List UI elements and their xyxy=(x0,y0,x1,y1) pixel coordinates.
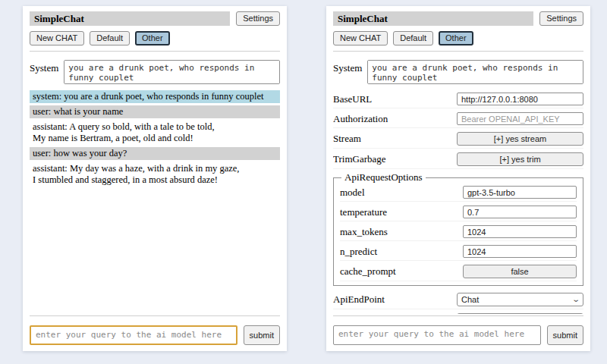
setting-row-apiendpoint: ApiEndPoint Chat ⌄ xyxy=(333,290,583,309)
apiendpoint-select[interactable]: Chat ⌄ xyxy=(457,293,583,306)
app-title: SimpleChat xyxy=(333,11,533,26)
query-row: submit xyxy=(30,322,280,345)
n-predict-input[interactable] xyxy=(463,245,577,258)
session-button-other[interactable]: Other xyxy=(135,31,170,46)
max-tokens-input[interactable] xyxy=(463,225,577,238)
setting-row-cache-prompt: cache_prompt false xyxy=(340,262,577,281)
trimgarbage-toggle-button[interactable]: [+] yes trim xyxy=(457,152,583,166)
apiendpoint-label: ApiEndPoint xyxy=(333,293,385,306)
setting-row-chathistoryinctxt: ChatHistoryInCtxt Last1 ⌄ xyxy=(333,311,583,314)
system-label: System xyxy=(30,60,58,74)
settings-button[interactable]: Settings xyxy=(236,11,280,26)
cache-prompt-label: cache_prompt xyxy=(340,265,396,278)
query-row: submit xyxy=(333,322,583,345)
session-button-default[interactable]: Default xyxy=(90,31,130,46)
model-input[interactable] xyxy=(463,186,577,199)
temperature-label: temperature xyxy=(340,206,387,218)
divider xyxy=(30,315,280,316)
setting-row-trimgarbage: TrimGarbage [+] yes trim xyxy=(333,150,583,169)
stream-label: Stream xyxy=(333,133,361,145)
settings-list: BaseURL Authorization Stream [+] yes str… xyxy=(333,90,583,314)
apiendpoint-selected-value: Chat xyxy=(461,295,479,304)
api-request-options-legend: ApiRequestOptions xyxy=(341,171,426,184)
header: SimpleChat Settings xyxy=(333,11,583,26)
chat-message-user: user: what is your name xyxy=(30,105,280,118)
session-button-other[interactable]: Other xyxy=(439,31,473,46)
app-title: SimpleChat xyxy=(30,11,230,26)
cache-prompt-toggle-button[interactable]: false xyxy=(463,265,577,278)
stream-toggle-button[interactable]: [+] yes stream xyxy=(457,132,583,146)
system-prompt-input[interactable]: you are a drunk poet, who responds in fu… xyxy=(367,60,583,84)
chat-panel: SimpleChat Settings New CHAT Default Oth… xyxy=(23,6,287,351)
new-chat-button[interactable]: New CHAT xyxy=(30,31,84,46)
baseurl-input[interactable] xyxy=(457,93,583,105)
session-buttons: New CHAT Default Other xyxy=(30,31,280,46)
n-predict-label: n_predict xyxy=(340,246,377,258)
query-input[interactable] xyxy=(30,325,237,345)
query-input[interactable] xyxy=(333,325,541,345)
model-label: model xyxy=(340,187,365,199)
session-buttons: New CHAT Default Other xyxy=(333,31,583,46)
setting-row-temperature: temperature xyxy=(340,203,577,221)
setting-row-authorization: Authorization xyxy=(333,110,583,128)
authorization-label: Authorization xyxy=(333,113,388,125)
new-chat-button[interactable]: New CHAT xyxy=(333,31,388,46)
api-request-options-fieldset: ApiRequestOptions model temperature max_… xyxy=(333,171,583,286)
submit-button[interactable]: submit xyxy=(547,325,583,345)
chat-message-system: system: you are a drunk poet, who respon… xyxy=(30,90,280,103)
system-prompt-row: System you are a drunk poet, who respond… xyxy=(333,60,583,84)
authorization-input[interactable] xyxy=(457,112,583,125)
baseurl-label: BaseURL xyxy=(333,93,372,105)
settings-panel: SimpleChat Settings New CHAT Default Oth… xyxy=(326,6,590,351)
trimgarbage-label: TrimGarbage xyxy=(333,153,386,165)
settings-button[interactable]: Settings xyxy=(539,11,583,26)
header: SimpleChat Settings xyxy=(30,11,280,26)
system-prompt-row: System you are a drunk poet, who respond… xyxy=(30,60,280,84)
setting-row-n-predict: n_predict xyxy=(340,243,577,261)
divider xyxy=(30,51,280,52)
system-label: System xyxy=(333,60,362,74)
chathistoryinctxt-select[interactable]: Last1 ⌄ xyxy=(457,313,583,314)
temperature-input[interactable] xyxy=(463,206,577,218)
chat-message-assistant: assistant: My day was a haze, with a dri… xyxy=(30,162,280,187)
divider xyxy=(333,315,583,316)
system-prompt-input[interactable]: you are a drunk poet, who responds in fu… xyxy=(64,60,280,84)
max-tokens-label: max_tokens xyxy=(340,226,388,238)
divider xyxy=(333,51,583,52)
chat-message-list: system: you are a drunk poet, who respon… xyxy=(30,90,280,314)
session-button-default[interactable]: Default xyxy=(393,31,433,46)
chat-message-user: user: how was your day? xyxy=(30,147,280,160)
submit-button[interactable]: submit xyxy=(244,325,280,345)
chevron-down-icon: ⌄ xyxy=(571,296,580,303)
chat-message-assistant: assistant: A query so bold, with a tale … xyxy=(30,121,280,145)
setting-row-model: model xyxy=(340,184,577,202)
setting-row-baseurl: BaseURL xyxy=(333,90,583,108)
setting-row-stream: Stream [+] yes stream xyxy=(333,130,583,149)
setting-row-max-tokens: max_tokens xyxy=(340,223,577,241)
